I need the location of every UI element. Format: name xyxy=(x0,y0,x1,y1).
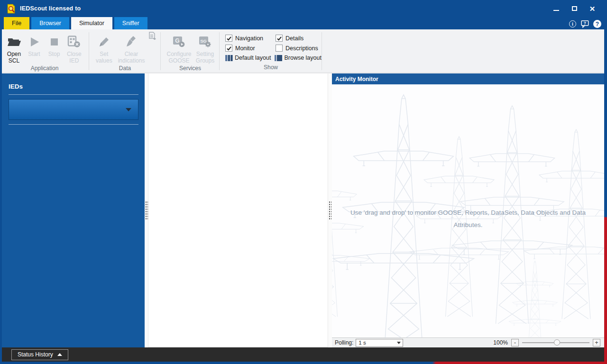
set-values-button[interactable]: Set values xyxy=(93,32,115,65)
ribbon: Open SCL Start Stop xyxy=(0,29,607,73)
tab-sniffer[interactable]: Sniffer xyxy=(114,17,147,29)
chevron-up-icon xyxy=(57,353,62,356)
splitter-grip-icon xyxy=(145,201,148,220)
activity-monitor-panel: Activity Monitor xyxy=(332,73,604,347)
window-border-right xyxy=(604,0,607,364)
setting-groups-icon: SG xyxy=(198,33,212,51)
ribbon-tab-bar: File Browser Simulator Sniffer i ? ? xyxy=(0,17,607,29)
status-history-toggle[interactable]: Status History xyxy=(11,349,68,360)
status-history-label: Status History xyxy=(18,351,53,358)
checkbox-icon xyxy=(225,45,232,52)
main-area: IEDs Activity Monitor xyxy=(0,73,607,347)
checkbox-icon xyxy=(225,35,232,42)
group-label-data: Data xyxy=(90,65,160,73)
clear-indications-button[interactable]: Clear indications xyxy=(115,32,148,65)
splitter-left[interactable] xyxy=(145,73,148,347)
activity-monitor-header: Activity Monitor xyxy=(332,73,604,84)
close-ied-icon xyxy=(67,33,81,51)
window-border-bottom xyxy=(0,362,607,364)
title-bar: IEDScout licensed to ✕ xyxy=(0,0,607,17)
ribbon-group-data: Set values Clear indications Data xyxy=(89,29,161,72)
ribbon-group-application: Open SCL Start Stop xyxy=(0,29,89,72)
info-button[interactable]: i xyxy=(569,20,577,28)
minimize-button[interactable] xyxy=(551,4,561,13)
start-button[interactable]: Start xyxy=(24,32,44,58)
ribbon-group-services: G Configure GOOSE SG xyxy=(161,29,220,72)
ribbon-group-show: Navigation Details Monitor xyxy=(220,29,322,72)
zoom-slider-thumb[interactable] xyxy=(554,339,560,346)
sidebar-title: IEDs xyxy=(9,83,138,90)
tab-file[interactable]: File xyxy=(4,17,29,29)
goose-icon: G xyxy=(172,33,185,51)
open-folder-icon xyxy=(7,33,21,51)
window-title: IEDScout licensed to xyxy=(20,5,81,12)
checkbox-icon xyxy=(276,45,283,52)
checkbox-details[interactable]: Details xyxy=(276,33,318,43)
feedback-button[interactable]: ? xyxy=(581,20,589,28)
polling-label: Polling: xyxy=(335,339,353,346)
tab-simulator[interactable]: Simulator xyxy=(71,17,112,29)
polling-interval-select[interactable]: 1 s xyxy=(356,339,403,347)
zoom-out-button[interactable]: - xyxy=(511,339,519,346)
stop-button[interactable]: Stop xyxy=(44,32,64,58)
ieds-sidebar: IEDs xyxy=(2,73,145,347)
svg-text:?: ? xyxy=(584,21,586,26)
browse-layout-button[interactable]: Browse layout xyxy=(275,55,322,61)
status-bar: Status History xyxy=(0,347,607,362)
report-add-icon[interactable] xyxy=(148,32,156,42)
drag-drop-hint: Use 'drag and drop' to monitor GOOSE, Re… xyxy=(347,207,589,231)
group-label-services: Services xyxy=(162,65,219,73)
splitter-grip-icon xyxy=(329,201,331,220)
details-panel-empty xyxy=(148,73,328,347)
open-scl-button[interactable]: Open SCL xyxy=(4,32,24,65)
window-border-left xyxy=(0,0,2,364)
help-button[interactable]: ? xyxy=(593,20,601,28)
group-label-show: Show xyxy=(221,64,321,72)
sidebar-divider xyxy=(9,124,138,125)
setting-groups-button[interactable]: SG Setting Groups xyxy=(193,32,217,65)
tab-browser[interactable]: Browser xyxy=(31,17,69,29)
minimize-icon xyxy=(553,10,559,11)
checkbox-monitor[interactable]: Monitor xyxy=(225,43,275,53)
feedback-icon: ? xyxy=(581,20,589,28)
splitter-right[interactable] xyxy=(328,73,332,347)
checkbox-navigation[interactable]: Navigation xyxy=(225,33,275,43)
activity-monitor-footer: Polling: 1 s 100% - + xyxy=(332,337,604,347)
info-icon: i xyxy=(569,20,576,27)
close-ied-button[interactable]: Close IED xyxy=(64,32,84,65)
chevron-down-icon xyxy=(126,108,131,111)
ied-selector-dropdown[interactable] xyxy=(9,99,138,120)
browse-layout-icon xyxy=(275,55,282,61)
checkbox-descriptions[interactable]: Descriptions xyxy=(276,43,318,53)
close-button[interactable]: ✕ xyxy=(587,4,598,13)
pencil-icon xyxy=(98,33,110,51)
play-icon xyxy=(29,33,40,51)
configure-goose-button[interactable]: G Configure GOOSE xyxy=(165,32,193,65)
zoom-slider[interactable] xyxy=(522,339,589,346)
checkbox-icon xyxy=(276,35,283,42)
default-layout-button[interactable]: Default layout xyxy=(225,55,271,61)
stop-icon xyxy=(50,33,59,51)
zoom-in-button[interactable]: + xyxy=(593,339,600,346)
activity-monitor-body[interactable]: Use 'drag and drop' to monitor GOOSE, Re… xyxy=(332,84,604,337)
svg-text:G: G xyxy=(175,37,180,44)
chevron-down-icon xyxy=(397,342,401,344)
broom-icon xyxy=(125,33,138,51)
zoom-level-value: 100% xyxy=(493,339,508,346)
group-label-application: Application xyxy=(1,65,88,73)
sidebar-divider xyxy=(9,94,138,95)
iedscout-app-icon xyxy=(7,4,16,14)
close-icon: ✕ xyxy=(589,5,596,12)
maximize-button[interactable] xyxy=(569,4,579,13)
maximize-icon xyxy=(572,6,577,11)
help-icon: ? xyxy=(593,20,601,28)
default-layout-icon xyxy=(225,55,233,61)
app-window: IEDScout licensed to ✕ File Browser Simu… xyxy=(0,0,607,364)
